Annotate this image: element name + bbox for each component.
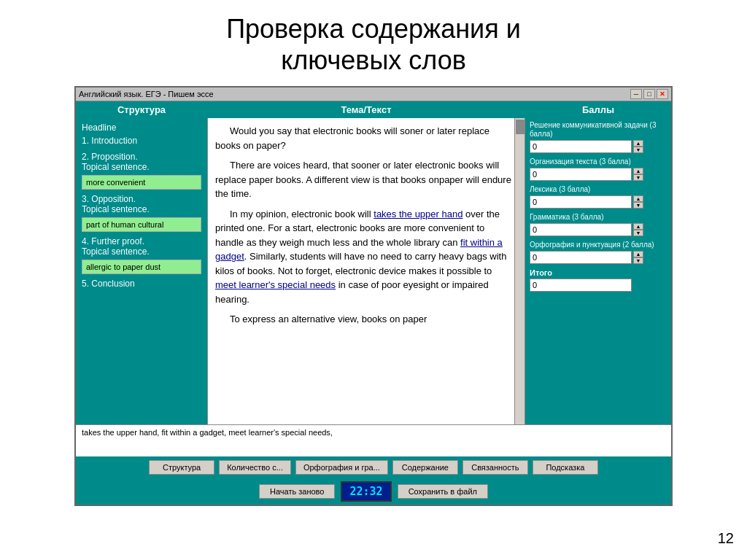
save-button[interactable]: Сохранить в файл (398, 484, 488, 499)
sidebar-item-introduction[interactable]: 1. Introduction (82, 136, 201, 146)
title-bar: Английский язык. ЕГЭ - Пишем эссе ─ □ ✕ (76, 88, 671, 101)
score-spinner-0: ▲ ▼ (633, 140, 643, 153)
score-item-0: Решение коммуникативной задачи (3 балла)… (530, 121, 667, 153)
sidebar-keyword-more-convenient[interactable]: more convenient (82, 175, 201, 190)
soderzhanie-button[interactable]: Содержание (392, 460, 458, 475)
scores-panel: Решение коммуникативной задачи (3 балла)… (525, 118, 671, 424)
score-input-row-4: ▲ ▼ (530, 251, 667, 264)
text-header: Тема/Текст (207, 101, 525, 118)
window-controls: ─ □ ✕ (630, 89, 668, 99)
score-spinner-3: ▲ ▼ (633, 223, 643, 236)
spin-up-3[interactable]: ▲ (633, 223, 643, 230)
sidebar: Headline 1. Introduction 2. Proposition.… (76, 118, 207, 424)
spin-down-2[interactable]: ▼ (633, 202, 643, 209)
button-row: Структура Количество с... Орфография и г… (76, 456, 671, 478)
total-label: Итого (530, 268, 667, 277)
spin-up-2[interactable]: ▲ (633, 195, 643, 202)
structure-header: Структура (76, 101, 207, 118)
score-item-3: Грамматика (3 балла) ▲ ▼ (530, 213, 667, 236)
score-label-1: Организация текста (3 балла) (530, 158, 667, 166)
spin-down-1[interactable]: ▼ (633, 174, 643, 181)
score-item-1: Организация текста (3 балла) ▲ ▼ (530, 158, 667, 181)
score-label-4: Орфография и пунктуация (2 балла) (530, 241, 667, 249)
score-input-row-3: ▲ ▼ (530, 223, 667, 236)
total-input-row (530, 279, 667, 292)
window-title: Английский язык. ЕГЭ - Пишем эссе (79, 90, 214, 98)
sidebar-keyword-part-human[interactable]: part of human cultural (82, 217, 201, 232)
score-spinner-4: ▲ ▼ (633, 251, 643, 264)
minimize-button[interactable]: ─ (630, 89, 642, 99)
score-label-2: Лексика (3 балла) (530, 185, 667, 194)
struktura-button[interactable]: Структура (149, 460, 214, 475)
score-input-row-0: ▲ ▼ (530, 140, 667, 153)
score-item-4: Орфография и пунктуация (2 балла) ▲ ▼ (530, 241, 667, 264)
reset-button[interactable]: Начать заново (259, 484, 335, 499)
column-headers: Структура Тема/Текст Баллы (76, 101, 671, 118)
paragraph-4-start: To express an alternative view, books on… (215, 312, 511, 327)
bottom-bar: Начать заново 22:32 Сохранить в файл (76, 478, 671, 505)
score-input-row-1: ▲ ▼ (530, 168, 667, 181)
total-field[interactable] (530, 279, 632, 292)
app-window: Английский язык. ЕГЭ - Пишем эссе ─ □ ✕ … (74, 86, 673, 506)
maximize-button[interactable]: □ (643, 89, 655, 99)
main-content: Headline 1. Introduction 2. Proposition.… (76, 118, 671, 424)
score-field-3[interactable] (530, 223, 632, 236)
podskazka-button[interactable]: Подсказка (533, 460, 598, 475)
score-field-4[interactable] (530, 251, 632, 264)
total-section: Итого (530, 268, 667, 292)
page-number: 12 (718, 530, 734, 547)
paragraph-3: In my opinion, electronic book will take… (215, 207, 511, 307)
orfografiya-button[interactable]: Орфография и гра... (295, 460, 388, 475)
score-label-3: Грамматика (3 балла) (530, 213, 667, 222)
keyword-bar: takes the upper hand, fit within a gadge… (76, 424, 671, 456)
sidebar-item-proposition[interactable]: 2. Proposition.Topical sentence. (82, 152, 201, 172)
sidebar-item-headline[interactable]: Headline (82, 122, 201, 133)
link-takes-upper-hand[interactable]: takes the upper hand (374, 209, 462, 219)
sidebar-item-conclusion[interactable]: 5. Conclusion (82, 279, 201, 289)
keyword-bar-text: takes the upper hand, fit within a gadge… (82, 428, 333, 437)
spin-up-4[interactable]: ▲ (633, 251, 643, 257)
kolichestvo-button[interactable]: Количество с... (219, 460, 291, 475)
svyazannost-button[interactable]: Связанность (462, 460, 528, 475)
scrollbar[interactable] (514, 118, 525, 424)
spin-down-0[interactable]: ▼ (633, 147, 643, 153)
spin-up-0[interactable]: ▲ (633, 140, 643, 147)
link-meet-learner[interactable]: meet learner's special needs (215, 279, 336, 290)
close-button[interactable]: ✕ (657, 89, 668, 99)
page-title: Проверка содержания и ключевых слов (0, 0, 747, 86)
text-panel: Would you say that electronic books will… (207, 118, 525, 424)
score-field-0[interactable] (530, 140, 632, 153)
score-spinner-1: ▲ ▼ (633, 168, 643, 181)
spin-down-3[interactable]: ▼ (633, 230, 643, 236)
score-spinner-2: ▲ ▼ (633, 195, 643, 209)
sidebar-item-opposition[interactable]: 3. Opposition.Topical sentence. (82, 194, 201, 214)
sidebar-item-further-proof[interactable]: 4. Further proof.Topical sentence. (82, 236, 201, 257)
sidebar-keyword-allergic[interactable]: allergic to paper dust (82, 260, 201, 274)
scores-header: Баллы (525, 101, 671, 118)
paragraph-2: There are voices heard, that sooner or l… (215, 158, 511, 201)
spin-up-1[interactable]: ▲ (633, 168, 643, 174)
score-field-1[interactable] (530, 168, 632, 181)
paragraph-1: Would you say that electronic books will… (215, 124, 511, 152)
score-field-2[interactable] (530, 195, 632, 209)
score-item-2: Лексика (3 балла) ▲ ▼ (530, 185, 667, 209)
score-label-0: Решение коммуникативной задачи (3 балла) (530, 121, 667, 139)
score-input-row-2: ▲ ▼ (530, 195, 667, 209)
clock-display: 22:32 (341, 481, 391, 502)
spin-down-4[interactable]: ▼ (633, 257, 643, 264)
